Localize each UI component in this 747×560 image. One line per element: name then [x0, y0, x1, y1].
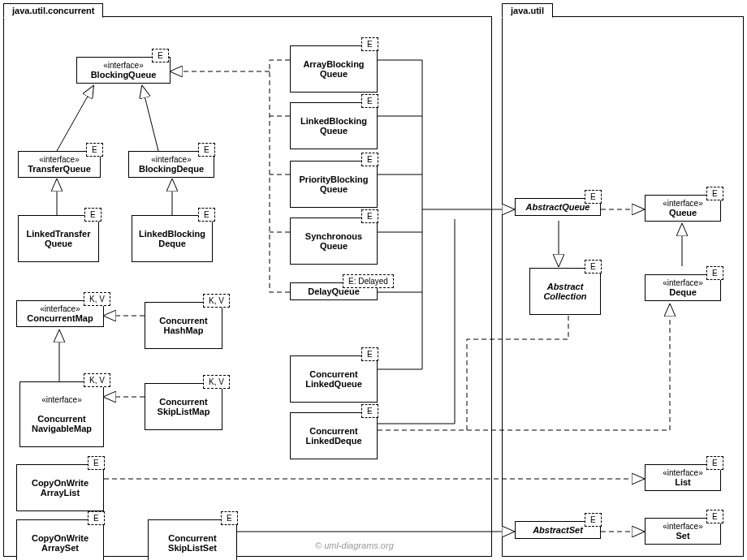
class-name: Concurrent LinkedQueue [292, 369, 375, 389]
class-name: Deque [647, 287, 719, 297]
tparam: E [198, 208, 215, 222]
tparam: K, V [203, 294, 230, 308]
class-copyonwritearraylist: CopyOnWrite ArrayList [16, 464, 104, 511]
package-util-tab: java.util [502, 3, 553, 18]
tparam: E [361, 209, 378, 223]
watermark: © uml-diagrams.org [315, 541, 394, 550]
tparam: E [585, 513, 602, 527]
class-linkedblockingdeque: LinkedBlocking Deque [132, 215, 213, 262]
tparam: E: Delayed [343, 274, 394, 288]
tparam: E [88, 456, 105, 470]
tparam: E [198, 143, 215, 157]
tparam: E [706, 510, 723, 523]
class-name: Synchronous Queue [292, 231, 375, 251]
class-priorityblockingqueue: PriorityBlocking Queue [290, 161, 378, 208]
class-abstractcollection: Abstract Collection [529, 268, 601, 315]
class-copyonwritearrayset: CopyOnWrite ArraySet [16, 519, 104, 560]
class-name: LinkedBlocking Queue [292, 116, 375, 136]
class-name: BlockingDeque [131, 164, 212, 174]
tparam: E [706, 187, 723, 200]
class-concurrentnavigablemap: «interface» Concurrent NavigableMap [19, 381, 104, 447]
tparam: E [706, 456, 723, 470]
class-name: ArrayBlocking Queue [292, 59, 375, 79]
class-arrayblockingqueue: ArrayBlocking Queue [290, 45, 378, 93]
class-concurrentskiplistmap: Concurrent SkipListMap [145, 383, 222, 430]
class-name: PriorityBlocking Queue [292, 174, 375, 194]
tparam: E [361, 347, 378, 361]
tparam: E [88, 511, 105, 525]
tparam: K, V [84, 292, 110, 306]
tparam: E [361, 37, 378, 51]
class-linkedblockingqueue: LinkedBlocking Queue [290, 102, 378, 149]
class-linkedtransferqueue: LinkedTransfer Queue [18, 215, 99, 262]
package-concurrent-tab: java.util.concurrent [3, 3, 103, 18]
class-concurrenthashmap: Concurrent HashMap [145, 302, 222, 349]
tparam: E [152, 49, 169, 62]
tparam: E [86, 143, 103, 157]
tparam: E [585, 190, 602, 204]
tparam: K, V [203, 375, 230, 389]
tparam: E [361, 94, 378, 108]
package-util-label: java.util [511, 6, 544, 15]
tparam: E [361, 404, 378, 418]
class-name: LinkedTransfer Queue [20, 229, 97, 248]
class-name: CopyOnWrite ArrayList [19, 478, 101, 498]
package-concurrent-label: java.util.concurrent [12, 6, 94, 15]
tparam: E [706, 266, 723, 280]
class-name: TransferQueue [20, 164, 98, 174]
class-name: Abstract Collection [532, 282, 598, 301]
class-name: List [647, 477, 719, 487]
class-name: Set [647, 531, 719, 541]
class-name: Queue [647, 208, 719, 218]
class-name: Concurrent SkipListMap [147, 397, 220, 416]
class-concurrentskiplistset: Concurrent SkipListSet [148, 519, 237, 560]
class-concurrentlinkeddeque: Concurrent LinkedDeque [290, 412, 378, 459]
class-name: Concurrent LinkedDeque [292, 426, 375, 446]
class-name: CopyOnWrite ArraySet [19, 533, 101, 553]
tparam: E [361, 153, 378, 166]
class-name: Concurrent SkipListSet [150, 533, 235, 553]
tparam: E [221, 511, 238, 525]
class-name: Concurrent HashMap [147, 316, 220, 335]
stereo-label: «interface» [22, 395, 101, 404]
tparam: E [585, 260, 602, 274]
class-synchronousqueue: Synchronous Queue [290, 218, 378, 265]
class-name: LinkedBlocking Deque [134, 229, 210, 248]
class-name: ConcurrentMap [19, 313, 101, 323]
class-name: Concurrent NavigableMap [22, 414, 101, 433]
tparam: K, V [84, 373, 110, 387]
class-name: BlockingQueue [79, 70, 168, 80]
class-concurrentlinkedqueue: Concurrent LinkedQueue [290, 355, 378, 403]
tparam: E [84, 208, 101, 222]
